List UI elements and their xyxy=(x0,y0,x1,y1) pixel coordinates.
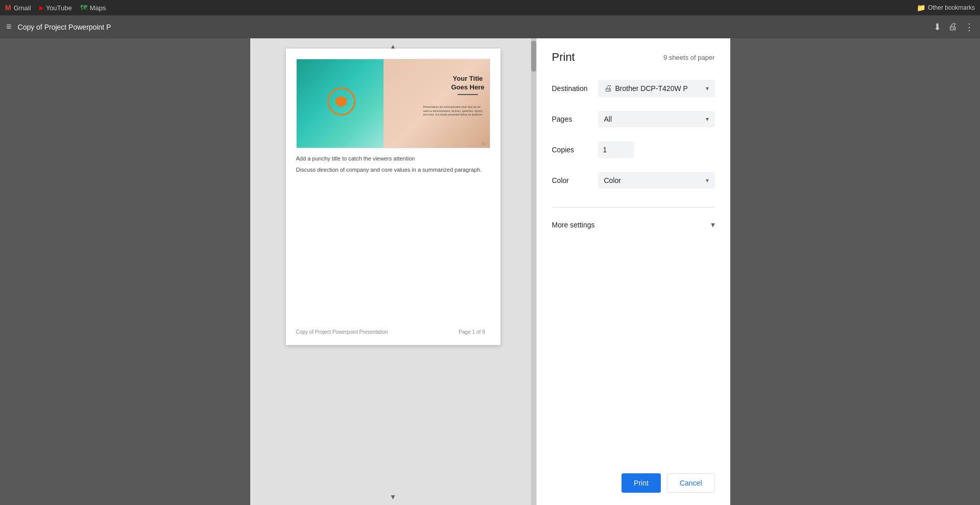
slide-circle-decoration xyxy=(327,87,355,116)
slides-background xyxy=(0,38,250,505)
maps-tab[interactable]: 🗺 Maps xyxy=(80,4,106,12)
destination-label: Destination xyxy=(552,84,598,93)
print-settings-panel: Print 9 sheets of paper Destination 🖨 Br… xyxy=(536,38,730,505)
destination-button[interactable]: 🖨 Brother DCP-T420W P ▾ xyxy=(598,80,715,97)
more-settings-row[interactable]: More settings ▾ xyxy=(552,218,715,232)
slide-page-number: 21 xyxy=(482,142,486,145)
hamburger-menu-icon[interactable]: ≡ xyxy=(6,21,12,32)
print-title: Print xyxy=(552,51,575,64)
scrollbar-thumb[interactable] xyxy=(531,41,536,72)
youtube-tab[interactable]: ▶ YouTube xyxy=(39,4,72,12)
copies-row: Copies xyxy=(552,141,715,159)
destination-row: Destination 🖨 Brother DCP-T420W P ▾ xyxy=(552,79,715,98)
slide-body-text: Presentations are communication tools th… xyxy=(423,105,485,117)
color-row: Color Color Black and white xyxy=(552,171,715,190)
color-select[interactable]: Color Black and white xyxy=(598,172,715,189)
slide-title: Your Title Goes Here xyxy=(451,75,484,97)
scroll-down-arrow[interactable]: ▼ xyxy=(390,493,397,501)
color-control: Color Black and white xyxy=(598,172,715,189)
bookmarks-label: Other bookmarks xyxy=(928,4,975,11)
bookmark-folder-icon: 📁 xyxy=(917,4,925,12)
cancel-button[interactable]: Cancel xyxy=(667,473,715,493)
expand-icon: ▾ xyxy=(711,220,715,229)
destination-value: Brother DCP-T420W P xyxy=(615,84,688,93)
print-icon[interactable]: 🖨 xyxy=(948,21,958,32)
print-preview-area: ▲ Your Title Goes Here Presentations are… xyxy=(250,38,536,505)
color-label: Color xyxy=(552,176,598,185)
settings-divider xyxy=(552,207,715,208)
slide-right-panel xyxy=(384,59,490,148)
pages-control: All Custom xyxy=(598,111,715,127)
footer-right: Page 1 of 9 xyxy=(459,329,485,335)
preview-text-content: Add a punchy title to catch the viewers … xyxy=(296,148,490,173)
slide-title-line2: Goes Here xyxy=(451,83,484,92)
copies-input[interactable] xyxy=(598,142,634,158)
footer-left: Copy of Project Powerpoint Presentation xyxy=(296,329,388,335)
youtube-label: YouTube xyxy=(46,4,72,12)
right-slides-background xyxy=(730,38,981,505)
bookmarks-area: 📁 Other bookmarks xyxy=(917,4,975,12)
scrollbar-track[interactable] xyxy=(531,38,536,505)
slide-title-line1: Your Title xyxy=(451,75,484,83)
youtube-icon: ▶ xyxy=(39,5,43,11)
sheets-info: 9 sheets of paper xyxy=(663,54,714,61)
gmail-label: Gmail xyxy=(14,4,31,12)
print-actions: Print Cancel xyxy=(552,463,715,493)
pages-select[interactable]: All Custom xyxy=(598,111,715,127)
gmail-tab[interactable]: M Gmail xyxy=(5,4,31,12)
copies-control xyxy=(598,142,715,158)
app-bar-icons: ⬇ 🖨 ⋮ xyxy=(934,21,974,33)
copies-label: Copies xyxy=(552,146,598,154)
printer-icon-wrap: 🖨 Brother DCP-T420W P xyxy=(604,84,688,93)
print-header: Print 9 sheets of paper xyxy=(552,51,715,64)
page-preview: Your Title Goes Here Presentations are c… xyxy=(286,49,500,345)
preview-line1: Add a punchy title to catch the viewers … xyxy=(296,155,490,162)
maps-icon: 🗺 xyxy=(80,4,87,12)
download-icon[interactable]: ⬇ xyxy=(934,21,941,33)
maps-label: Maps xyxy=(90,4,106,12)
destination-dropdown-arrow: ▾ xyxy=(706,85,709,92)
pages-label: Pages xyxy=(552,115,598,123)
preview-line2: Discuss direction of company and core va… xyxy=(296,167,490,173)
pages-row: Pages All Custom xyxy=(552,110,715,128)
slide-underline xyxy=(458,94,478,95)
destination-control: 🖨 Brother DCP-T420W P ▾ xyxy=(598,80,715,97)
main-content: ▲ Your Title Goes Here Presentations are… xyxy=(0,38,980,505)
page-footer: Copy of Project Powerpoint Presentation … xyxy=(296,329,485,335)
browser-bar: M Gmail ▶ YouTube 🗺 Maps 📁 Other bookmar… xyxy=(0,0,980,15)
more-options-icon[interactable]: ⋮ xyxy=(965,21,974,33)
app-title: Copy of Project Powerpoint P xyxy=(18,23,111,31)
slide-box-icon xyxy=(336,96,347,107)
printer-icon: 🖨 xyxy=(604,84,612,93)
print-button[interactable]: Print xyxy=(622,473,661,493)
gmail-icon: M xyxy=(5,4,11,12)
app-bar: ≡ Copy of Project Powerpoint P ⬇ 🖨 ⋮ xyxy=(0,15,980,38)
slide-thumbnail: Your Title Goes Here Presentations are c… xyxy=(296,59,490,148)
more-settings-label: More settings xyxy=(552,221,595,229)
